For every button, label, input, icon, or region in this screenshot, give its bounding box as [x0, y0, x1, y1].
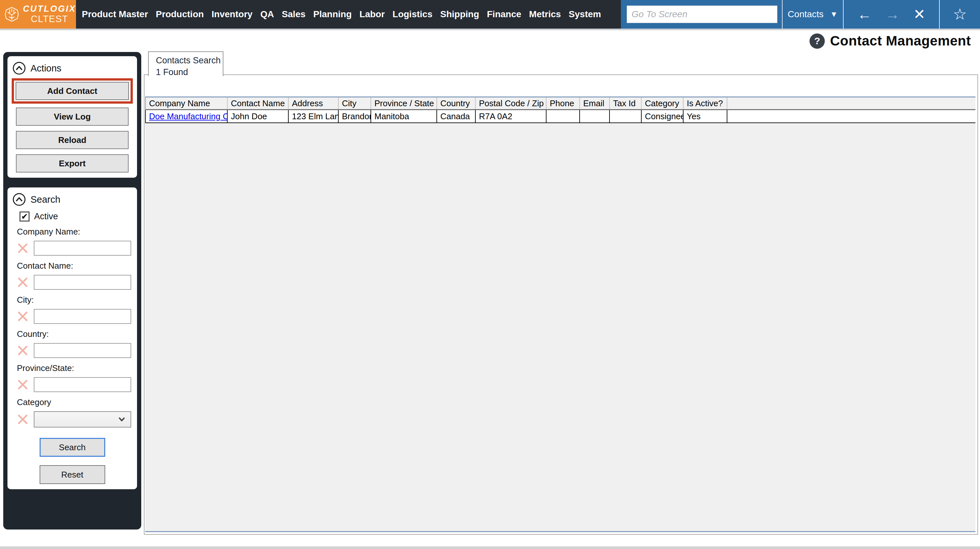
goto-screen-input[interactable]	[627, 6, 777, 23]
contact-name-field-row	[12, 275, 133, 290]
clear-field-icon[interactable]	[16, 344, 29, 357]
column-header-company-name[interactable]: Company Name	[146, 97, 228, 109]
chevron-down-icon: ▼	[830, 10, 838, 19]
menu-item-metrics[interactable]: Metrics	[529, 9, 561, 19]
action-buttons-group: View Log Reload Export	[12, 107, 133, 172]
menu-item-logistics[interactable]: Logistics	[393, 9, 433, 19]
column-header-address[interactable]: Address	[289, 97, 339, 109]
cell-category: Consignee	[642, 110, 684, 123]
column-header-contact-name[interactable]: Contact Name	[228, 97, 289, 109]
clear-field-icon[interactable]	[16, 413, 29, 426]
screen-dropdown[interactable]: Contacts ▼	[782, 0, 843, 29]
collapse-chevron-icon[interactable]	[12, 193, 26, 206]
actions-panel-header: Actions	[12, 59, 133, 78]
column-header-country[interactable]: Country	[437, 97, 476, 109]
search-panel-title: Search	[30, 194, 60, 205]
menu-item-shipping[interactable]: Shipping	[440, 9, 479, 19]
column-header-is-active[interactable]: Is Active?	[684, 97, 727, 109]
province-state-input[interactable]	[34, 377, 131, 392]
contact-name-label: Contact Name:	[17, 261, 133, 271]
logo-text: CUTLOGIX CLTEST	[23, 4, 76, 24]
window-bottom-edge	[0, 546, 980, 549]
company-name-link[interactable]: Doe Manufacturing Co.	[149, 112, 228, 121]
cell-filler	[727, 110, 975, 123]
cell-contact-name: John Doe	[228, 110, 289, 123]
history-navigation: ← → ✕	[843, 0, 939, 29]
collapse-chevron-icon[interactable]	[12, 61, 26, 75]
cell-city: Brandon	[339, 110, 371, 123]
cell-email	[580, 110, 610, 123]
column-header-phone[interactable]: Phone	[547, 97, 580, 109]
menu-item-labor[interactable]: Labor	[360, 9, 385, 19]
top-navigation-bar: CUTLOGIX CLTEST Product Master Productio…	[0, 0, 980, 29]
page-title-area: ? Contact Management	[810, 33, 971, 49]
category-field-row	[12, 411, 133, 428]
main-menu: Product Master Production Inventory QA S…	[76, 0, 621, 29]
goto-screen-section	[621, 0, 782, 29]
cell-postal-code: R7A 0A2	[476, 110, 547, 123]
help-icon[interactable]: ?	[810, 34, 825, 49]
province-state-label: Province/State:	[17, 363, 133, 373]
tab-contacts-search[interactable]: Contacts Search 1 Found	[148, 51, 223, 76]
column-header-province-state[interactable]: Province / State	[371, 97, 437, 109]
highlighted-button-outline: Add Contact	[12, 78, 133, 104]
cutlogix-brain-icon	[5, 3, 19, 25]
cell-company-name: Doe Manufacturing Co.	[146, 110, 228, 123]
favorite-star-icon[interactable]: ☆	[953, 6, 967, 22]
column-header-email[interactable]: Email	[580, 97, 610, 109]
menu-item-product-master[interactable]: Product Master	[82, 9, 148, 19]
cell-is-active: Yes	[684, 110, 727, 123]
menu-item-planning[interactable]: Planning	[313, 9, 352, 19]
contacts-grid: Company Name Contact Name Address City P…	[145, 96, 975, 532]
export-button[interactable]: Export	[16, 154, 129, 172]
clear-field-icon[interactable]	[16, 242, 29, 255]
search-panel-header: Search	[12, 191, 133, 209]
clear-field-icon[interactable]	[16, 310, 29, 323]
cell-address: 123 Elm Lane	[289, 110, 339, 123]
company-name-input[interactable]	[34, 241, 131, 256]
favorite-section: ☆	[939, 0, 980, 29]
search-button[interactable]: Search	[40, 438, 105, 457]
menu-item-system[interactable]: System	[569, 9, 601, 19]
column-header-postal-code[interactable]: Postal Code / Zip	[476, 97, 547, 109]
country-label: Country:	[17, 329, 133, 339]
back-arrow-icon[interactable]: ←	[857, 7, 872, 21]
add-contact-button[interactable]: Add Contact	[16, 82, 129, 100]
cell-tax-id	[610, 110, 642, 123]
menu-item-inventory[interactable]: Inventory	[212, 9, 253, 19]
column-header-city[interactable]: City	[339, 97, 371, 109]
menu-item-qa[interactable]: QA	[261, 9, 274, 19]
column-header-tax-id[interactable]: Tax Id	[610, 97, 642, 109]
reload-button[interactable]: Reload	[16, 131, 129, 149]
topbar-right-section: Contacts ▼ ← → ✕ ☆	[621, 0, 980, 29]
menu-item-sales[interactable]: Sales	[282, 9, 305, 19]
view-log-button[interactable]: View Log	[16, 107, 129, 126]
city-input[interactable]	[34, 309, 131, 324]
country-input[interactable]	[34, 343, 131, 358]
active-checkbox[interactable]: ✔	[19, 211, 30, 222]
country-field-row	[12, 343, 133, 358]
column-header-category[interactable]: Category	[642, 97, 684, 109]
menu-item-finance[interactable]: Finance	[487, 9, 522, 19]
contact-name-input[interactable]	[34, 275, 131, 290]
cell-phone	[547, 110, 580, 123]
left-sidebar: Actions Add Contact View Log Reload Expo…	[3, 52, 141, 530]
forward-arrow-icon[interactable]: →	[886, 7, 900, 21]
category-dropdown[interactable]	[34, 411, 131, 428]
screen-dropdown-label: Contacts	[788, 9, 824, 19]
active-checkbox-label: Active	[34, 211, 58, 222]
city-label: City:	[17, 295, 133, 305]
chevron-down-icon	[117, 415, 127, 424]
active-filter: ✔ Active	[19, 211, 133, 222]
company-name-label: Company Name:	[17, 227, 133, 237]
clear-field-icon[interactable]	[16, 276, 29, 289]
reset-button[interactable]: Reset	[40, 465, 105, 484]
city-field-row	[12, 309, 133, 324]
close-icon[interactable]: ✕	[913, 7, 926, 21]
logo-environment: CLTEST	[31, 14, 68, 24]
province-state-field-row	[12, 377, 133, 392]
menu-item-production[interactable]: Production	[156, 9, 204, 19]
clear-field-icon[interactable]	[16, 378, 29, 391]
page-title: Contact Management	[830, 33, 971, 49]
grid-header-row: Company Name Contact Name Address City P…	[145, 97, 975, 110]
